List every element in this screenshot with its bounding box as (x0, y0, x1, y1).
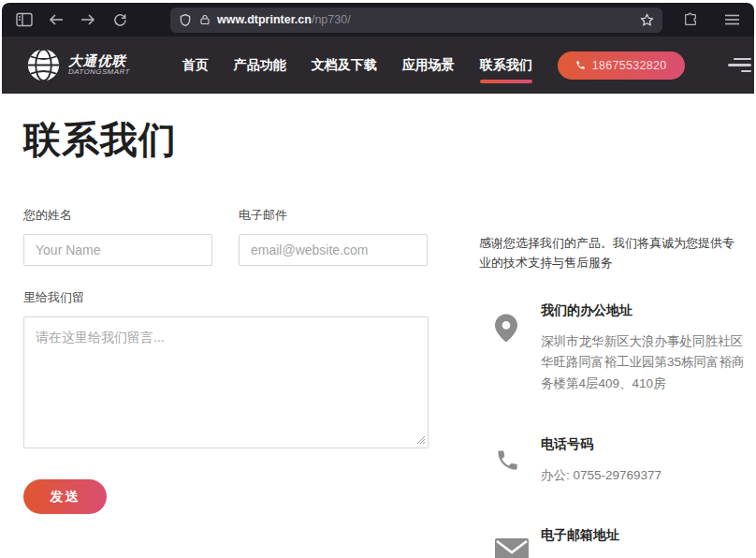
map-pin-icon (479, 314, 541, 343)
bookmark-star-icon[interactable] (640, 7, 654, 32)
nav-item-use-cases[interactable]: 应用场景 (402, 50, 455, 81)
nav-mobile-menu-icon[interactable] (728, 56, 751, 75)
office-address-title: 我们的办公地址 (541, 302, 745, 319)
globe-logo-icon (26, 48, 61, 82)
phone-text: 办公: 0755-29769377 (541, 465, 745, 487)
name-label: 您的姓名 (23, 207, 212, 224)
email-input[interactable] (239, 234, 428, 266)
contact-form: 您的姓名 电子邮件 里给我们留 (23, 207, 429, 558)
logo-text: 大通优联 DATONGSMART (68, 54, 130, 77)
lock-icon[interactable] (199, 7, 211, 32)
contact-intro-text: 感谢您选择我们的产品。我们将真诚为您提供专业的技术支持与售后服务 (479, 234, 745, 273)
phone-title: 电话号码 (541, 436, 745, 453)
email-label: 电子邮件 (239, 207, 428, 224)
message-label: 里给我们留 (23, 289, 429, 306)
url-bar[interactable]: www.dtprinter.cn/np730/ (170, 7, 662, 33)
browser-toolbar: www.dtprinter.cn/np730/ (2, 3, 754, 37)
phone-icon (479, 448, 541, 473)
name-input[interactable] (23, 234, 212, 266)
email-title: 电子邮箱地址 (541, 527, 745, 544)
message-textarea[interactable] (23, 316, 429, 448)
phone-icon (575, 60, 586, 70)
main-menu: 首页 产品功能 文档及下载 应用场景 联系我们 (182, 50, 558, 81)
nav-item-docs-downloads[interactable]: 文档及下载 (312, 50, 377, 81)
url-host: www.dtprinter.cn (217, 13, 312, 26)
email-contact-item: 电子邮箱地址 Email: service@dtprinter.net Supp… (479, 527, 745, 558)
sidebar-toggle-icon[interactable] (11, 7, 37, 32)
envelope-icon (479, 538, 541, 558)
extensions-puzzle-icon[interactable] (677, 7, 704, 32)
url-text: www.dtprinter.cn/np730/ (217, 13, 351, 26)
office-address-item: 我们的办公地址 深圳市龙华新区大浪办事处同胜社区华旺路同富裕工业园第35栋同富裕… (479, 302, 745, 395)
phone-number-button[interactable]: 18675532820 (558, 51, 685, 80)
office-address-text: 深圳市龙华新区大浪办事处同胜社区华旺路同富裕工业园第35栋同富裕商务楼第4层40… (541, 331, 745, 395)
nav-item-home[interactable]: 首页 (182, 50, 209, 81)
menu-hamburger-icon[interactable] (719, 7, 745, 32)
phone-contact-item: 电话号码 办公: 0755-29769377 (479, 436, 745, 487)
send-button[interactable]: 发送 (23, 479, 107, 514)
site-navbar: 大通优联 DATONGSMART 首页 产品功能 文档及下载 应用场景 联系我们… (2, 37, 754, 94)
site-logo[interactable]: 大通优联 DATONGSMART (26, 48, 130, 82)
page-content: 联系我们 您的姓名 电子邮件 里给我们留 (2, 94, 754, 558)
reload-button[interactable] (107, 7, 133, 32)
browser-window: www.dtprinter.cn/np730/ (0, 0, 756, 558)
forward-button[interactable] (75, 7, 101, 32)
page-title: 联系我们 (23, 114, 733, 166)
url-path: /np730/ (312, 13, 351, 26)
back-button[interactable] (43, 7, 69, 32)
logo-title: 大通优联 (68, 54, 130, 68)
tracking-shield-icon[interactable] (179, 7, 192, 32)
phone-number-label: 18675532820 (592, 59, 667, 72)
nav-item-product-features[interactable]: 产品功能 (234, 50, 286, 81)
nav-item-contact-us[interactable]: 联系我们 (480, 50, 532, 81)
logo-subtitle: DATONGSMART (68, 68, 130, 76)
contact-info-panel: 感谢您选择我们的产品。我们将真诚为您提供专业的技术支持与售后服务 我们的办公地址… (479, 207, 745, 558)
